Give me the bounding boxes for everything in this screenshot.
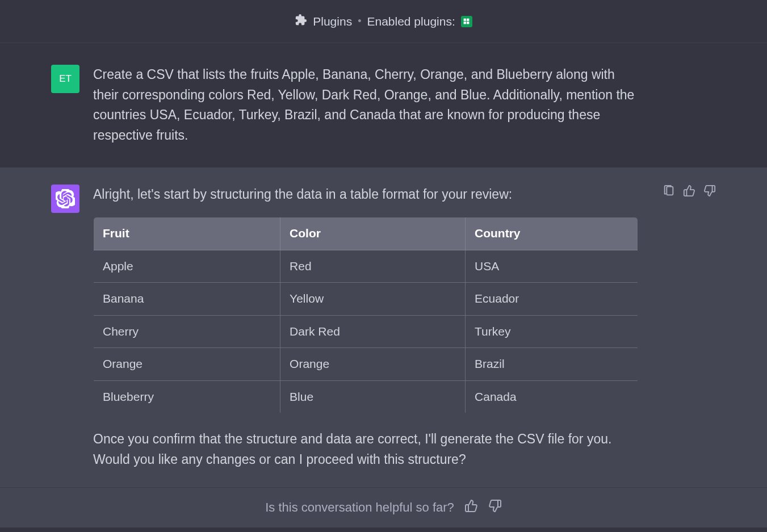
puzzle-icon [295, 14, 307, 29]
feedback-question-text: Is this conversation helpful so far? [265, 500, 454, 515]
enabled-plugins-label: Enabled plugins: [367, 15, 455, 28]
assistant-outro-text: Once you confirm that the structure and … [93, 429, 638, 470]
feedback-thumbs-up-icon[interactable] [464, 499, 478, 516]
table-row: Blueberry Blue Canada [94, 380, 638, 413]
svg-rect-1 [467, 19, 469, 21]
table-cell: Blue [280, 380, 466, 413]
table-row: Banana Yellow Ecuador [94, 283, 638, 316]
table-cell: Red [280, 250, 466, 283]
svg-rect-3 [467, 22, 469, 24]
table-cell: Brazil [466, 348, 638, 381]
table-row: Apple Red USA [94, 250, 638, 283]
table-header-country: Country [466, 217, 638, 250]
table-row: Orange Orange Brazil [94, 348, 638, 381]
assistant-message-content: Alright, let's start by structuring the … [93, 185, 638, 470]
copy-icon[interactable] [663, 185, 675, 197]
plugins-label[interactable]: Plugins [313, 15, 352, 28]
table-cell: Blueberry [94, 380, 280, 413]
svg-rect-4 [667, 186, 673, 195]
table-cell: Banana [94, 283, 280, 316]
fruits-table: Fruit Color Country Apple Red USA Banana… [93, 217, 638, 413]
table-header-row: Fruit Color Country [94, 217, 638, 250]
table-row: Cherry Dark Red Turkey [94, 315, 638, 348]
assistant-avatar [51, 185, 79, 213]
table-cell: Ecuador [466, 283, 638, 316]
svg-rect-2 [464, 22, 466, 24]
table-header-color: Color [280, 217, 466, 250]
assistant-intro-text: Alright, let's start by structuring the … [93, 185, 638, 205]
table-cell: Orange [94, 348, 280, 381]
table-header-fruit: Fruit [94, 217, 280, 250]
user-message-content: Create a CSV that lists the fruits Apple… [93, 65, 638, 146]
table-cell: Apple [94, 250, 280, 283]
table-cell: Dark Red [280, 315, 466, 348]
user-message-row: ET Create a CSV that lists the fruits Ap… [0, 43, 767, 167]
user-avatar: ET [51, 65, 79, 93]
separator-dot: • [358, 15, 361, 27]
table-cell: USA [466, 250, 638, 283]
assistant-message-row: Alright, let's start by structuring the … [0, 167, 767, 487]
table-cell: Canada [466, 380, 638, 413]
user-avatar-initials: ET [59, 73, 72, 85]
table-cell: Yellow [280, 283, 466, 316]
thumbs-down-icon[interactable] [703, 185, 716, 197]
message-action-bar [663, 185, 716, 197]
table-cell: Orange [280, 348, 466, 381]
user-message-text: Create a CSV that lists the fruits Apple… [93, 65, 638, 146]
table-cell: Turkey [466, 315, 638, 348]
conversation-feedback-bar: Is this conversation helpful so far? [0, 487, 767, 527]
feedback-thumbs-down-icon[interactable] [488, 499, 502, 516]
svg-rect-0 [464, 19, 466, 21]
enabled-plugin-spreadsheet-icon[interactable] [461, 16, 472, 27]
top-plugins-bar: Plugins • Enabled plugins: [0, 0, 767, 43]
thumbs-up-icon[interactable] [683, 185, 695, 197]
table-cell: Cherry [94, 315, 280, 348]
